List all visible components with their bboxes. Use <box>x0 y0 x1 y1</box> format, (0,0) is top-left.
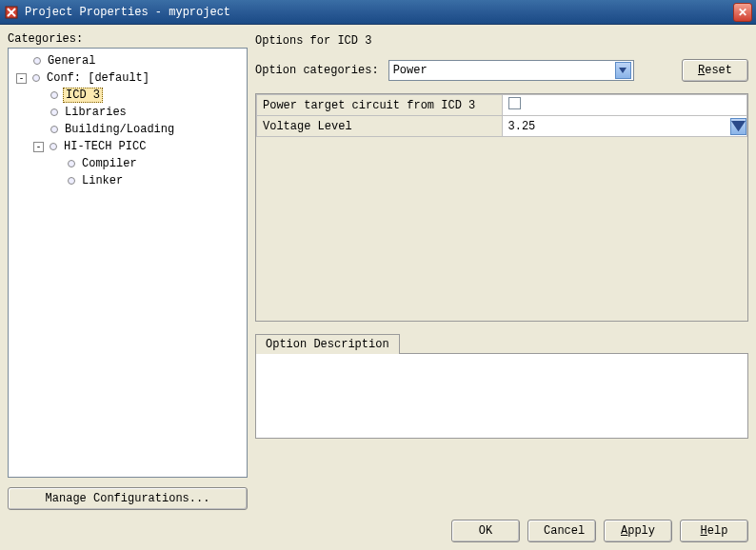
window-title: Project Properties - myproject <box>25 6 733 19</box>
tree-item-conf-default[interactable]: - Conf: [default] <box>10 69 245 87</box>
tree-item-icd3[interactable]: ICD 3 <box>10 87 245 104</box>
reset-label-rest: eset <box>705 64 732 77</box>
node-icon <box>50 91 58 99</box>
node-icon <box>32 74 40 82</box>
node-icon <box>50 143 57 150</box>
option-name-cell: Voltage Level <box>257 116 503 137</box>
voltage-level-select[interactable]: 3.25 <box>508 116 747 136</box>
options-for-label: Options for ICD 3 <box>255 34 748 48</box>
tree-item-label: Building/Loading <box>63 123 176 136</box>
power-target-checkbox[interactable] <box>508 97 521 109</box>
tree-item-compiler[interactable]: Compiler <box>10 155 245 172</box>
tree-item-building-loading[interactable]: Building/Loading <box>10 121 245 138</box>
close-icon: ✕ <box>738 6 747 19</box>
tree-item-label: Libraries <box>63 106 129 119</box>
tree-item-label: ICD 3 <box>63 88 103 103</box>
node-icon <box>68 160 75 167</box>
option-categories-select[interactable]: Power <box>388 60 634 81</box>
node-icon <box>33 57 41 65</box>
tree-item-label: Linker <box>80 174 125 187</box>
tree-item-label: Conf: [default] <box>45 71 151 85</box>
close-button[interactable]: ✕ <box>733 3 752 22</box>
tree-item-label: Compiler <box>80 157 139 170</box>
app-icon <box>4 5 19 20</box>
dialog-footer: OK Cancel Apply Help <box>8 510 748 542</box>
tree-item-libraries[interactable]: Libraries <box>10 104 245 121</box>
option-description-box <box>255 353 748 439</box>
option-row: Power target circuit from ICD 3 <box>257 95 747 116</box>
chevron-down-icon <box>730 118 746 135</box>
option-categories-value: Power <box>393 64 428 77</box>
chevron-down-icon <box>615 62 631 79</box>
tree-item-label: General <box>46 54 97 68</box>
title-bar: Project Properties - myproject ✕ <box>0 0 756 25</box>
ok-button[interactable]: OK <box>451 520 520 542</box>
node-icon <box>50 108 58 116</box>
tree-item-label: HI-TECH PICC <box>62 140 148 153</box>
options-grid: Power target circuit from ICD 3 Voltage … <box>255 93 748 322</box>
collapse-icon[interactable]: - <box>16 73 27 84</box>
tree-item-general[interactable]: General <box>10 52 245 69</box>
cancel-button[interactable]: Cancel <box>527 520 596 542</box>
categories-label: Categories: <box>8 32 248 46</box>
reset-button[interactable]: Reset <box>682 59 748 82</box>
help-button[interactable]: Help <box>680 520 748 542</box>
apply-button[interactable]: Apply <box>604 520 672 542</box>
option-name-cell: Power target circuit from ICD 3 <box>257 95 503 116</box>
node-icon <box>50 126 58 133</box>
voltage-level-value: 3.25 <box>508 120 536 133</box>
tree-item-hitech-picc[interactable]: - HI-TECH PICC <box>10 138 245 155</box>
node-icon <box>68 177 75 185</box>
collapse-icon[interactable]: - <box>33 142 44 152</box>
option-row: Voltage Level 3.25 <box>257 116 747 137</box>
tab-option-description[interactable]: Option Description <box>255 334 400 354</box>
tree-item-linker[interactable]: Linker <box>10 172 245 189</box>
categories-tree[interactable]: General - Conf: [default] ICD 3 Librarie <box>8 48 248 478</box>
option-categories-label: Option categories: <box>255 64 379 77</box>
manage-configurations-button[interactable]: Manage Configurations... <box>8 487 248 510</box>
